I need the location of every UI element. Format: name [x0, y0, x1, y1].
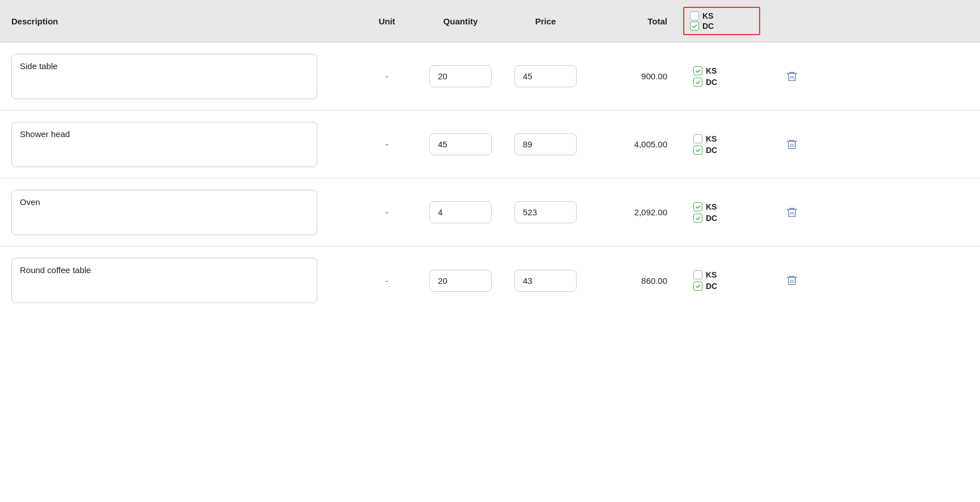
cell-unit-0: - — [356, 71, 418, 81]
cell-description-3: Round coffee table — [0, 258, 356, 303]
header-total: Total — [588, 16, 679, 26]
table-row: Round coffee table - 860.00 KS DC — [0, 246, 980, 314]
cell-checks-0: KS DC — [679, 63, 769, 90]
cell-actions-2 — [769, 206, 815, 219]
ks-row-2: KS — [693, 202, 717, 211]
header-ks-checkbox[interactable] — [690, 11, 699, 20]
description-box-1[interactable]: Shower head — [11, 122, 317, 167]
cell-description-0: Side table — [0, 54, 356, 99]
dc-checkbox-3[interactable] — [693, 282, 702, 291]
cell-actions-0 — [769, 70, 815, 83]
cell-checks-3: KS DC — [679, 267, 769, 294]
dc-row-0: DC — [693, 78, 717, 87]
ks-label-1: KS — [706, 134, 717, 143]
dc-label-3: DC — [706, 282, 717, 291]
quantity-input-0[interactable] — [429, 65, 492, 87]
table-row: Oven - 2,092.00 KS DC — [0, 178, 980, 246]
description-box-3[interactable]: Round coffee table — [11, 258, 317, 303]
dc-label-1: DC — [706, 146, 717, 155]
ks-row-1: KS — [693, 134, 717, 143]
price-input-3[interactable] — [514, 270, 577, 292]
dc-checkbox-2[interactable] — [693, 214, 702, 223]
checks-inner-2: KS DC — [688, 199, 723, 226]
cell-price-1 — [503, 133, 588, 155]
cell-actions-3 — [769, 274, 815, 287]
price-input-2[interactable] — [514, 201, 577, 223]
cell-unit-3: - — [356, 276, 418, 286]
cell-quantity-0 — [418, 65, 503, 87]
cell-total-0: 900.00 — [588, 71, 679, 81]
invoice-table: Description Unit Quantity Price Total KS… — [0, 0, 980, 502]
price-input-0[interactable] — [514, 65, 577, 87]
dc-label-2: DC — [706, 214, 717, 223]
checks-inner-3: KS DC — [688, 267, 723, 294]
cell-description-2: Oven — [0, 190, 356, 235]
checks-inner-1: KS DC — [688, 131, 723, 158]
quantity-input-1[interactable] — [429, 133, 492, 155]
cell-price-0 — [503, 65, 588, 87]
description-box-2[interactable]: Oven — [11, 190, 317, 235]
delete-button-3[interactable] — [786, 274, 798, 287]
ks-label-2: KS — [706, 202, 717, 211]
cell-quantity-3 — [418, 270, 503, 292]
ks-checkbox-0[interactable] — [693, 66, 702, 75]
cell-quantity-2 — [418, 201, 503, 223]
cell-total-2: 2,092.00 — [588, 207, 679, 217]
cell-price-3 — [503, 270, 588, 292]
cell-total-1: 4,005.00 — [588, 139, 679, 149]
ks-checkbox-3[interactable] — [693, 270, 702, 279]
dc-row-2: DC — [693, 214, 717, 223]
cell-checks-1: KS DC — [679, 131, 769, 158]
delete-button-1[interactable] — [786, 138, 798, 151]
dc-label-0: DC — [706, 78, 717, 87]
cell-actions-1 — [769, 138, 815, 151]
dc-checkbox-1[interactable] — [693, 146, 702, 155]
ks-label-0: KS — [706, 66, 717, 75]
table-row: Shower head - 4,005.00 KS DC — [0, 110, 980, 178]
ks-checkbox-1[interactable] — [693, 134, 702, 143]
table-header: Description Unit Quantity Price Total KS… — [0, 0, 980, 42]
checks-inner-0: KS DC — [688, 63, 723, 90]
ks-label-3: KS — [706, 270, 717, 279]
table-body: Side table - 900.00 KS DC — [0, 42, 980, 314]
quantity-input-2[interactable] — [429, 201, 492, 223]
header-ks-label: KS — [702, 11, 713, 20]
cell-description-1: Shower head — [0, 122, 356, 167]
header-quantity: Quantity — [418, 16, 503, 26]
ks-row-3: KS — [693, 270, 717, 279]
dc-checkbox-0[interactable] — [693, 78, 702, 87]
ks-row-0: KS — [693, 66, 717, 75]
cell-unit-2: - — [356, 207, 418, 217]
header-price: Price — [503, 16, 588, 26]
description-box-0[interactable]: Side table — [11, 54, 317, 99]
header-dc-row: DC — [690, 22, 753, 31]
table-row: Side table - 900.00 KS DC — [0, 42, 980, 110]
cell-checks-2: KS DC — [679, 199, 769, 226]
header-checks: KS DC — [679, 7, 769, 35]
price-input-1[interactable] — [514, 133, 577, 155]
header-description: Description — [0, 16, 356, 26]
header-unit: Unit — [356, 16, 418, 26]
ks-checkbox-2[interactable] — [693, 202, 702, 211]
dc-row-1: DC — [693, 146, 717, 155]
delete-button-0[interactable] — [786, 70, 798, 83]
header-dc-label: DC — [702, 22, 714, 31]
header-checks-box: KS DC — [683, 7, 760, 35]
header-ks-row: KS — [690, 11, 753, 20]
quantity-input-3[interactable] — [429, 270, 492, 292]
dc-row-3: DC — [693, 282, 717, 291]
header-dc-checkbox[interactable] — [690, 22, 699, 31]
cell-total-3: 860.00 — [588, 276, 679, 286]
cell-unit-1: - — [356, 139, 418, 149]
cell-price-2 — [503, 201, 588, 223]
delete-button-2[interactable] — [786, 206, 798, 219]
cell-quantity-1 — [418, 133, 503, 155]
